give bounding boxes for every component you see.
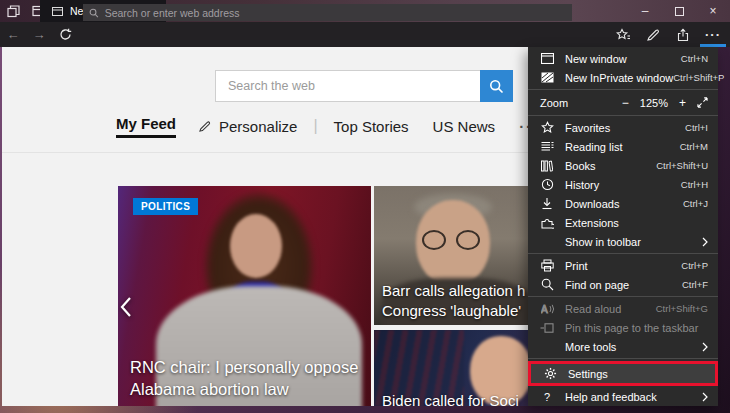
zoom-in-button[interactable]: + — [679, 96, 686, 110]
minimize-button[interactable]: – — [628, 0, 662, 22]
menu-item-settings[interactable]: Settings — [531, 364, 715, 383]
menu-item-more-tools[interactable]: More tools — [528, 337, 718, 356]
back-button[interactable]: ← — [0, 22, 26, 47]
history-clock-icon — [540, 178, 554, 191]
window-controls: – × — [628, 0, 730, 22]
search-icon — [489, 79, 504, 94]
more-dots-icon: ··· — [705, 27, 721, 42]
menu-separator — [528, 253, 718, 254]
set-aside-tabs-icon[interactable] — [0, 0, 26, 22]
menu-item-pin-to-taskbar: Pin this page to the taskbar — [528, 318, 718, 337]
zoom-out-button[interactable]: − — [622, 96, 629, 110]
menu-item-find-on-page[interactable]: Find on page Ctrl+F — [528, 275, 718, 294]
pin-icon — [540, 323, 554, 333]
personalize-button[interactable]: Personalize — [198, 118, 297, 135]
menu-item-downloads[interactable]: Downloads Ctrl+J — [528, 194, 718, 213]
chevron-right-icon — [702, 342, 708, 352]
carousel-previous-icon[interactable] — [120, 296, 132, 318]
menu-item-extensions[interactable]: Extensions — [528, 213, 718, 232]
menu-separator — [528, 115, 718, 116]
inprivate-icon — [540, 72, 554, 83]
photo-abstract — [456, 230, 480, 250]
read-aloud-icon: A — [540, 303, 554, 315]
feed-navigation: My Feed Personalize | Top Stories US New… — [116, 111, 540, 141]
headline: Biden called for Soci — [382, 392, 519, 406]
share-icon[interactable] — [668, 22, 698, 47]
address-search-icon — [89, 8, 99, 18]
address-input[interactable] — [105, 7, 566, 19]
web-search-input[interactable] — [215, 70, 480, 102]
headline: Barr calls allegation h Congress 'laugha… — [382, 281, 525, 322]
gear-icon — [543, 367, 557, 380]
settings-and-more-menu: New window Ctrl+N New InPrivate window C… — [528, 47, 718, 406]
toolbar-right-buttons: ··· — [608, 22, 728, 47]
zoom-level: 125% — [640, 97, 668, 109]
download-icon — [540, 197, 554, 210]
photo-abstract — [230, 214, 282, 278]
menu-item-zoom: Zoom − 125% + — [528, 92, 718, 113]
menu-separator — [528, 358, 718, 359]
tab-us-news[interactable]: US News — [433, 118, 496, 135]
menu-item-reading-list[interactable]: Reading list Ctrl+M — [528, 137, 718, 156]
address-bar[interactable] — [83, 4, 572, 21]
feed-nav-divider: | — [313, 117, 317, 135]
menu-item-books[interactable]: Books Ctrl+Shift+U — [528, 156, 718, 175]
tab-top-stories[interactable]: Top Stories — [334, 118, 409, 135]
find-magnifier-icon — [540, 278, 554, 291]
reading-list-icon — [540, 141, 554, 152]
chevron-right-icon — [702, 237, 708, 247]
politics-badge: POLITICS — [133, 198, 198, 215]
settings-and-more-button[interactable]: ··· — [698, 22, 728, 47]
photo-abstract — [422, 230, 446, 250]
news-card-rnc-chair[interactable]: POLITICS RNC chair: I personally oppose … — [118, 186, 371, 406]
menu-separator — [528, 89, 718, 90]
chevron-right-icon — [702, 392, 708, 402]
pencil-icon — [198, 120, 211, 133]
headline: RNC chair: I personally oppose Alabama a… — [130, 357, 358, 400]
menu-item-read-aloud: A Read aloud Ctrl+Shift+G — [528, 299, 718, 318]
svg-text:A: A — [541, 304, 548, 315]
books-icon — [540, 160, 554, 172]
personalize-label: Personalize — [219, 118, 297, 135]
menu-separator — [528, 296, 718, 297]
refresh-button[interactable] — [52, 22, 78, 47]
help-question-icon: ? — [540, 391, 554, 403]
printer-icon — [540, 259, 554, 272]
fullscreen-icon[interactable] — [697, 97, 708, 108]
forward-button[interactable]: → — [26, 22, 52, 47]
menu-item-favorites[interactable]: Favorites Ctrl+I — [528, 118, 718, 137]
extensions-puzzle-icon — [540, 217, 554, 229]
star-icon — [540, 121, 554, 134]
web-search-button[interactable] — [480, 70, 513, 102]
menu-item-new-inprivate-window[interactable]: New InPrivate window Ctrl+Shift+P — [528, 68, 718, 87]
tab-favicon-icon — [52, 7, 63, 16]
window-icon — [540, 53, 554, 64]
menu-item-history[interactable]: History Ctrl+H — [528, 175, 718, 194]
settings-highlight-annotation: Settings — [528, 361, 718, 386]
hub-favorites-icon[interactable] — [608, 22, 638, 47]
tab-my-feed[interactable]: My Feed — [116, 115, 176, 138]
maximize-button[interactable] — [662, 0, 696, 22]
menu-item-help-and-feedback[interactable]: ? Help and feedback — [528, 387, 718, 406]
menu-item-print[interactable]: Print Ctrl+P — [528, 256, 718, 275]
web-note-pen-icon[interactable] — [638, 22, 668, 47]
menu-item-new-window[interactable]: New window Ctrl+N — [528, 49, 718, 68]
menu-item-show-in-toolbar[interactable]: Show in toolbar — [528, 232, 718, 251]
web-search-box — [215, 70, 513, 102]
close-button[interactable]: × — [696, 0, 730, 22]
